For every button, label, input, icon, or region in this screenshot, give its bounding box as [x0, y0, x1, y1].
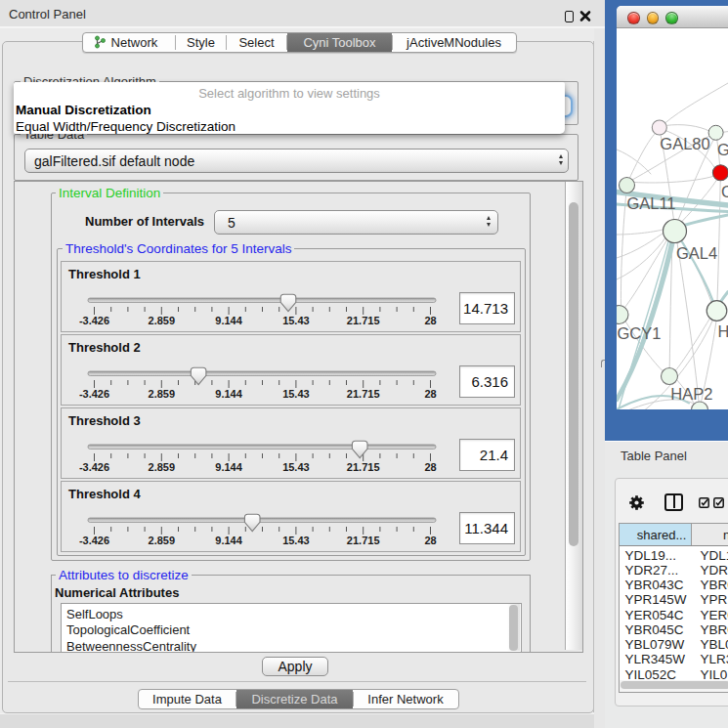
svg-text:28: 28	[424, 461, 436, 473]
svg-text:GA: GA	[717, 140, 728, 157]
svg-text:21.715: 21.715	[346, 461, 379, 473]
svg-text:9.144: 9.144	[215, 535, 242, 546]
svg-text:15.43: 15.43	[282, 388, 310, 400]
svg-text:GAL4: GAL4	[676, 243, 717, 261]
svg-text:-3.426: -3.426	[78, 461, 108, 473]
svg-text:21.715: 21.715	[346, 388, 379, 400]
svg-text:2.859: 2.859	[148, 535, 175, 546]
svg-text:15.43: 15.43	[282, 461, 310, 473]
svg-text:2.859: 2.859	[148, 315, 175, 326]
svg-text:C: C	[721, 182, 728, 199]
svg-text:-3.426: -3.426	[78, 535, 108, 546]
svg-text:28: 28	[424, 388, 436, 400]
svg-text:28: 28	[424, 535, 436, 546]
svg-text:-3.426: -3.426	[78, 315, 108, 326]
svg-text:15.43: 15.43	[282, 535, 310, 546]
svg-text:9.144: 9.144	[215, 315, 242, 326]
svg-text:21.715: 21.715	[346, 535, 379, 546]
svg-text:-3.426: -3.426	[78, 388, 108, 400]
svg-text:GAL80: GAL80	[660, 135, 709, 152]
svg-text:9.144: 9.144	[215, 388, 242, 400]
svg-text:21.715: 21.715	[346, 315, 379, 326]
svg-text:28: 28	[424, 315, 436, 326]
svg-text:9.144: 9.144	[215, 461, 242, 473]
svg-text:HAP2: HAP2	[670, 385, 712, 403]
svg-text:GCY1: GCY1	[618, 323, 662, 341]
svg-text:15.43: 15.43	[282, 315, 310, 326]
svg-text:2.859: 2.859	[148, 461, 175, 473]
svg-text:2.859: 2.859	[148, 388, 175, 400]
svg-text:GAL11: GAL11	[626, 193, 675, 211]
svg-text:H: H	[718, 321, 728, 339]
